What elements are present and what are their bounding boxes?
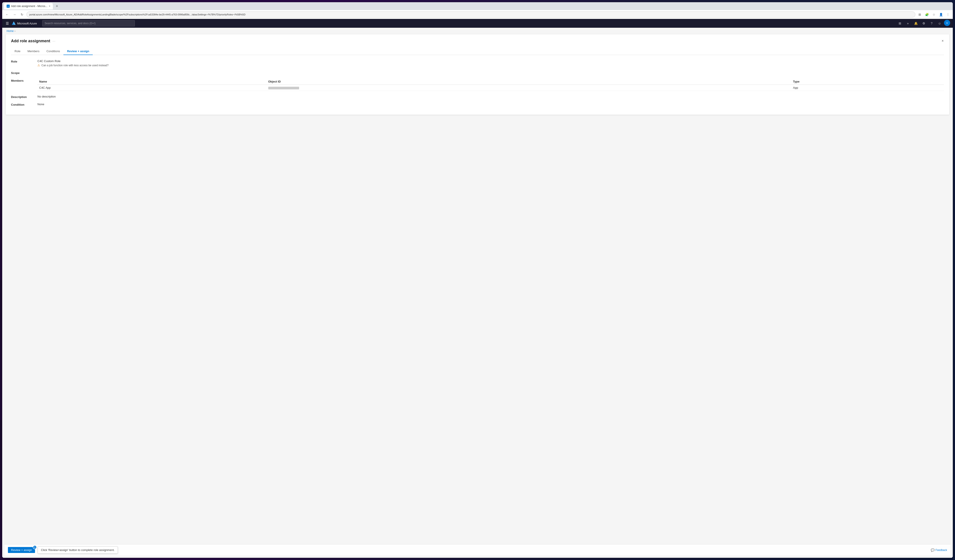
azure-topbar: ☰ Microsoft Azure ⊞ » 🔔 ⚙ ? ☺ U xyxy=(2,19,239,28)
col-name: Name xyxy=(38,79,239,85)
refresh-button[interactable]: ↻ xyxy=(19,11,25,18)
members-table: Name Object ID Type C4C App xyxy=(38,79,239,91)
scope-row: Scope xyxy=(11,71,239,75)
scope-label: Scope xyxy=(11,71,38,75)
role-label: Role xyxy=(11,59,38,63)
tab-favicon: A xyxy=(6,5,10,8)
page-title: Add role assignment xyxy=(11,39,50,44)
tab-label: Add role assignment - Micros... xyxy=(11,5,47,8)
table-row: C4C App App xyxy=(38,85,239,91)
tab-role[interactable]: Role xyxy=(11,48,24,55)
condition-label: Condition xyxy=(11,103,38,106)
back-button[interactable]: ← xyxy=(4,11,10,18)
tabs: Role Members Conditions Review + assign xyxy=(11,48,239,55)
new-tab-button[interactable]: + xyxy=(54,3,60,9)
description-label: Description xyxy=(11,95,38,98)
condition-row: Condition None xyxy=(11,103,239,106)
role-row: Role C4C Custom Role ⚠ Can a job functio… xyxy=(11,59,239,67)
members-row: Members Name Object ID Type xyxy=(11,79,239,91)
warning-icon: ⚠ xyxy=(38,64,40,67)
address-bar: ← → ↻ portal.azure.com/#view/Microsoft_A… xyxy=(2,10,239,19)
forward-button[interactable]: → xyxy=(11,11,17,18)
search-input[interactable] xyxy=(42,20,135,27)
condition-value: None xyxy=(38,103,239,106)
main-content: Home › Add role assignment — × Role Memb… xyxy=(2,28,239,140)
tab-bar: A Add role assignment - Micros... × + xyxy=(2,2,239,10)
tab-close-button[interactable]: × xyxy=(49,5,50,8)
member-name: C4C App xyxy=(38,85,239,91)
breadcrumb-home[interactable]: Home xyxy=(6,30,14,33)
tab-members[interactable]: Members xyxy=(24,48,43,55)
members-label: Members xyxy=(11,79,38,82)
azure-logo: Microsoft Azure xyxy=(11,21,37,25)
blade: Add role assignment — × Role Members Con… xyxy=(6,34,239,115)
blade-header: Add role assignment — xyxy=(11,39,239,44)
blade-divider: — xyxy=(52,39,55,43)
browser-tab[interactable]: A Add role assignment - Micros... × xyxy=(4,3,53,9)
role-name: C4C Custom Role xyxy=(38,59,239,63)
azure-logo-icon xyxy=(11,21,16,25)
url-text: portal.azure.com/#view/Microsoft_Azure_A… xyxy=(29,13,239,16)
azure-search[interactable] xyxy=(42,20,135,27)
description-value: No description xyxy=(38,95,239,98)
members-table-container: Name Object ID Type C4C App xyxy=(38,79,239,91)
tab-conditions[interactable]: Conditions xyxy=(43,48,63,55)
warning-message: Can a job function role with less access… xyxy=(41,64,109,67)
warning-text: ⚠ Can a job function role with less acce… xyxy=(38,64,239,67)
panel: Home › Add role assignment — × Role Memb… xyxy=(2,28,239,140)
table-header-row: Name Object ID Type xyxy=(38,79,239,85)
role-value: C4C Custom Role ⚠ Can a job function rol… xyxy=(38,59,239,67)
url-bar[interactable]: portal.azure.com/#view/Microsoft_Azure_A… xyxy=(27,11,239,18)
breadcrumb-separator: › xyxy=(14,30,16,33)
browser-window: A Add role assignment - Micros... × + ← … xyxy=(2,2,239,140)
tab-review-assign[interactable]: Review + assign xyxy=(63,48,93,55)
azure-logo-text: Microsoft Azure xyxy=(17,22,37,25)
description-row: Description No description xyxy=(11,95,239,98)
azure-menu-button[interactable]: ☰ xyxy=(5,20,10,27)
breadcrumb: Home › xyxy=(2,28,239,34)
